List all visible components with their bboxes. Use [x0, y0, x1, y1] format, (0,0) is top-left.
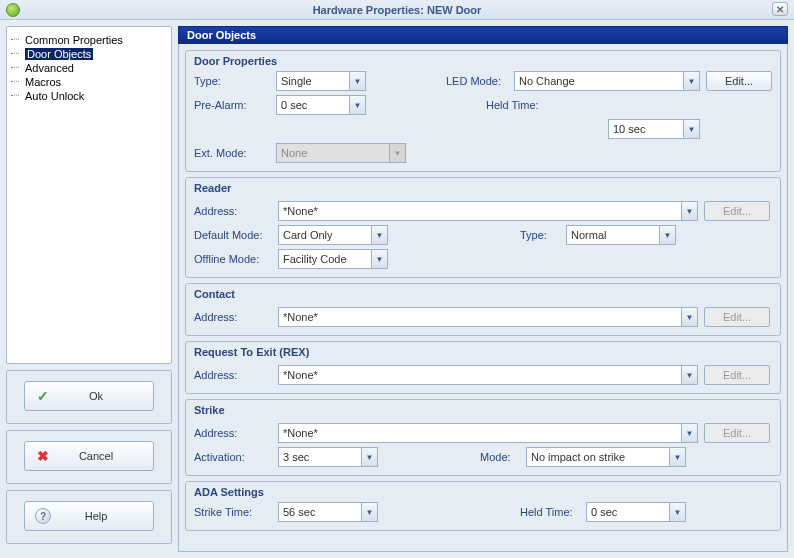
- chevron-down-icon: ▼: [349, 72, 365, 90]
- edit-rex-button: Edit...: [704, 365, 770, 385]
- label-held-time: Held Time:: [446, 99, 700, 111]
- label-offline-mode: Offline Mode:: [194, 253, 272, 265]
- label-reader-address: Address:: [194, 205, 272, 217]
- legend-strike: Strike: [194, 404, 772, 418]
- label-ada-held: Held Time:: [520, 506, 580, 518]
- label-led-mode: LED Mode:: [446, 75, 508, 87]
- chevron-down-icon: ▼: [659, 226, 675, 244]
- title-bar: Hardware Properties: NEW Door ✕: [0, 0, 794, 20]
- combo-contact-address[interactable]: *None*▼: [278, 307, 698, 327]
- close-button[interactable]: ✕: [772, 2, 788, 16]
- legend-ada: ADA Settings: [194, 486, 772, 500]
- edit-door-button[interactable]: Edit...: [706, 71, 772, 91]
- label-type: Type:: [194, 75, 270, 87]
- help-icon: ?: [35, 508, 51, 524]
- nav-advanced[interactable]: Advanced: [7, 61, 171, 75]
- cancel-label: Cancel: [67, 450, 143, 462]
- label-rex-address: Address:: [194, 369, 272, 381]
- label-ada-strike: Strike Time:: [194, 506, 272, 518]
- combo-strike-address[interactable]: *None*▼: [278, 423, 698, 443]
- combo-type[interactable]: Single▼: [276, 71, 366, 91]
- group-ada: ADA Settings Strike Time: 56 sec▼ Held T…: [185, 481, 781, 531]
- group-contact: Contact Address: *None*▼ Edit...: [185, 283, 781, 336]
- group-door-properties: Door Properties Type: Single▼ LED Mode: …: [185, 50, 781, 172]
- combo-ada-held[interactable]: 0 sec▼: [586, 502, 686, 522]
- combo-ada-strike[interactable]: 56 sec▼: [278, 502, 378, 522]
- nav-common-properties[interactable]: Common Properties: [7, 33, 171, 47]
- nav-door-objects[interactable]: Door Objects: [7, 47, 171, 61]
- nav-tree: Common Properties Door Objects Advanced …: [6, 26, 172, 364]
- chevron-down-icon: ▼: [681, 366, 697, 384]
- section-header: Door Objects: [178, 26, 788, 44]
- edit-strike-button: Edit...: [704, 423, 770, 443]
- chevron-down-icon: ▼: [349, 96, 365, 114]
- combo-activation[interactable]: 3 sec▼: [278, 447, 378, 467]
- chevron-down-icon: ▼: [669, 448, 685, 466]
- chevron-down-icon: ▼: [683, 72, 699, 90]
- label-ext-mode: Ext. Mode:: [194, 147, 270, 159]
- legend-contact: Contact: [194, 288, 772, 302]
- combo-ext-mode: None▼: [276, 143, 406, 163]
- label-default-mode: Default Mode:: [194, 229, 272, 241]
- chevron-down-icon: ▼: [681, 308, 697, 326]
- chevron-down-icon: ▼: [389, 144, 405, 162]
- group-rex: Request To Exit (REX) Address: *None*▼ E…: [185, 341, 781, 394]
- chevron-down-icon: ▼: [371, 250, 387, 268]
- chevron-down-icon: ▼: [361, 503, 377, 521]
- chevron-down-icon: ▼: [361, 448, 377, 466]
- help-button[interactable]: ? Help: [24, 501, 154, 531]
- label-contact-address: Address:: [194, 311, 272, 323]
- ok-button[interactable]: ✓ Ok: [24, 381, 154, 411]
- window-title: Hardware Properties: NEW Door: [313, 4, 482, 16]
- chevron-down-icon: ▼: [669, 503, 685, 521]
- nav-auto-unlock[interactable]: Auto Unlock: [7, 89, 171, 103]
- combo-reader-address[interactable]: *None*▼: [278, 201, 698, 221]
- combo-offline-mode[interactable]: Facility Code▼: [278, 249, 388, 269]
- chevron-down-icon: ▼: [371, 226, 387, 244]
- label-pre-alarm: Pre-Alarm:: [194, 99, 270, 111]
- combo-rex-address[interactable]: *None*▼: [278, 365, 698, 385]
- nav-macros[interactable]: Macros: [7, 75, 171, 89]
- combo-led-mode[interactable]: No Change▼: [514, 71, 700, 91]
- ok-label: Ok: [67, 390, 143, 402]
- edit-reader-button: Edit...: [704, 201, 770, 221]
- legend-rex: Request To Exit (REX): [194, 346, 772, 360]
- cross-icon: ✖: [35, 448, 51, 464]
- combo-default-mode[interactable]: Card Only▼: [278, 225, 388, 245]
- combo-reader-type[interactable]: Normal▼: [566, 225, 676, 245]
- combo-held-time[interactable]: 10 sec▼: [608, 119, 700, 139]
- help-label: Help: [67, 510, 143, 522]
- legend-reader: Reader: [194, 182, 772, 196]
- combo-strike-mode[interactable]: No impact on strike▼: [526, 447, 686, 467]
- chevron-down-icon: ▼: [683, 120, 699, 138]
- app-icon: [6, 3, 20, 17]
- check-icon: ✓: [35, 388, 51, 404]
- group-reader: Reader Address: *None*▼ Edit... Default …: [185, 177, 781, 278]
- group-strike: Strike Address: *None*▼ Edit... Activati…: [185, 399, 781, 476]
- label-strike-mode: Mode:: [480, 451, 520, 463]
- label-reader-type: Type:: [520, 229, 560, 241]
- chevron-down-icon: ▼: [681, 202, 697, 220]
- label-activation: Activation:: [194, 451, 272, 463]
- legend-door-properties: Door Properties: [194, 55, 772, 69]
- label-strike-address: Address:: [194, 427, 272, 439]
- edit-contact-button: Edit...: [704, 307, 770, 327]
- chevron-down-icon: ▼: [681, 424, 697, 442]
- cancel-button[interactable]: ✖ Cancel: [24, 441, 154, 471]
- combo-pre-alarm[interactable]: 0 sec▼: [276, 95, 366, 115]
